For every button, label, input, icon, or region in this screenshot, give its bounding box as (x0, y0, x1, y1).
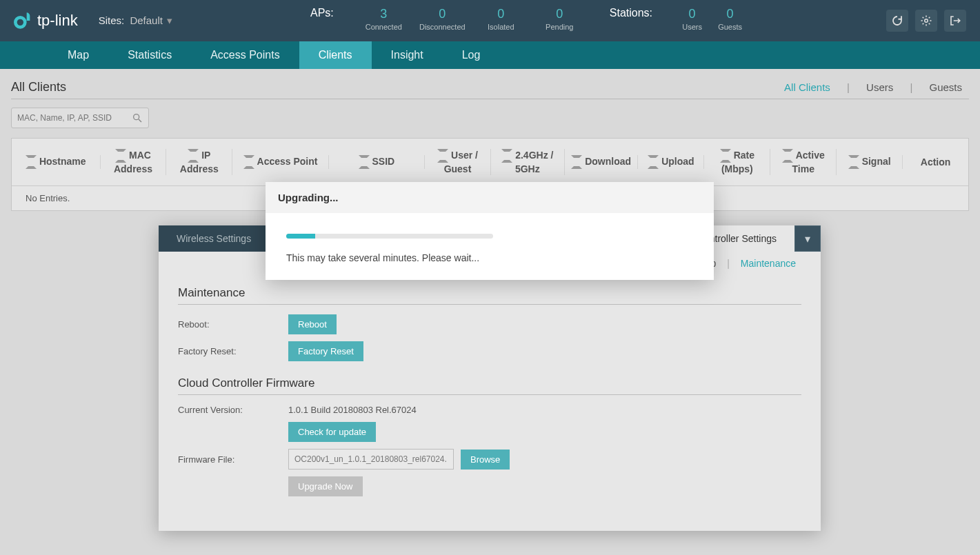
svg-point-1 (925, 19, 928, 23)
progress-bar (286, 234, 493, 239)
svg-point-0 (15, 17, 25, 27)
site-label: Sites: (99, 14, 125, 26)
progress-fill (286, 234, 315, 239)
stations-title: Stations: (610, 7, 652, 19)
tplink-icon (14, 11, 33, 30)
header-stats: APs: 3Connected 0Disconnected 0Isolated … (310, 7, 749, 31)
row-firmware-file: Firmware File: Browse (178, 449, 801, 470)
page-title: All Clients (11, 80, 66, 94)
tab-wireless-settings[interactable]: Wireless Settings (159, 225, 269, 252)
col-band[interactable]: 2.4GHz / 5GHz (491, 149, 565, 175)
aps-pending[interactable]: 0Pending (530, 7, 589, 31)
col-user-guest[interactable]: User / Guest (425, 149, 491, 175)
stations-guests[interactable]: 0Guests (711, 7, 749, 31)
col-active-time[interactable]: Active Time (770, 149, 837, 175)
stations-users[interactable]: 0Users (673, 7, 711, 31)
nav-statistics[interactable]: Statistics (108, 41, 191, 69)
reboot-button[interactable]: Reboot (288, 314, 337, 334)
browse-button[interactable]: Browse (461, 450, 510, 470)
filter-guests[interactable]: Guests (922, 81, 969, 93)
main-nav: Map Statistics Access Points Clients Ins… (0, 41, 980, 69)
row-check-update: Check for update (178, 422, 801, 442)
panel-collapse-icon[interactable]: ▾ (794, 225, 821, 252)
aps-title: APs: (310, 7, 334, 19)
firmware-file-label: Firmware File: (178, 454, 288, 465)
upgrade-now-button[interactable]: Upgrade Now (288, 476, 363, 496)
brand-logo: tp-link (14, 11, 78, 30)
nav-log[interactable]: Log (443, 41, 500, 69)
upgrade-modal: Upgrading... This may take several minut… (266, 182, 714, 280)
table-head: Hostname MAC Address IP Address Access P… (12, 139, 968, 185)
row-upgrade-now: Upgrade Now (178, 476, 801, 496)
factory-reset-label: Factory Reset: (178, 346, 288, 356)
section-maintenance: Maintenance (178, 281, 801, 305)
filter-tabs: All Clients | Users | Guests (777, 81, 969, 93)
search-icon[interactable] (132, 112, 143, 123)
current-version-value: 1.0.1 Build 20180803 Rel.67024 (288, 405, 417, 415)
modal-body: This may take several minutes. Please wa… (266, 213, 714, 280)
col-signal[interactable]: Signal (837, 155, 903, 169)
filter-users[interactable]: Users (859, 81, 900, 93)
nav-insight[interactable]: Insight (372, 41, 443, 69)
site-value: Default (130, 14, 163, 26)
modal-message: This may take several minutes. Please wa… (286, 252, 693, 263)
header-bar: tp-link Sites: Default ▾ APs: 3Connected… (0, 0, 980, 41)
firmware-file-input[interactable] (288, 449, 454, 470)
logout-icon[interactable] (944, 10, 966, 32)
brand-text: tp-link (37, 12, 78, 30)
modal-title: Upgrading... (266, 182, 714, 213)
reboot-label: Reboot: (178, 319, 288, 330)
col-ap[interactable]: Access Point (232, 155, 328, 169)
aps-disconnected[interactable]: 0Disconnected (413, 7, 472, 31)
col-rate[interactable]: Rate (Mbps) (704, 149, 770, 175)
page-top: All Clients All Clients | Users | Guests (11, 80, 969, 99)
chevron-down-icon: ▾ (167, 14, 172, 26)
svg-line-3 (139, 119, 141, 122)
filter-all-clients[interactable]: All Clients (777, 81, 837, 93)
col-hostname[interactable]: Hostname (12, 155, 101, 169)
nav-clients[interactable]: Clients (299, 41, 372, 69)
col-download[interactable]: Download (565, 155, 639, 169)
factory-reset-button[interactable]: Factory Reset (288, 341, 363, 361)
col-mac[interactable]: MAC Address (101, 149, 167, 175)
gear-icon[interactable] (915, 10, 937, 32)
search-box[interactable] (11, 108, 149, 128)
stations-items: 0Users 0Guests (673, 7, 749, 31)
nav-access-points[interactable]: Access Points (191, 41, 299, 69)
site-selector[interactable]: Sites: Default ▾ (99, 14, 172, 27)
aps-isolated[interactable]: 0Isolated (472, 7, 530, 31)
col-upload[interactable]: Upload (638, 155, 704, 169)
aps-connected[interactable]: 3Connected (354, 7, 413, 31)
row-reboot: Reboot: Reboot (178, 314, 801, 334)
col-ssid[interactable]: SSID (329, 155, 425, 169)
row-current-version: Current Version: 1.0.1 Build 20180803 Re… (178, 405, 801, 415)
stations-group: Stations: (610, 7, 652, 19)
header-icons (886, 10, 966, 32)
nav-map[interactable]: Map (48, 41, 108, 69)
svg-point-2 (134, 114, 139, 120)
current-version-label: Current Version: (178, 405, 288, 415)
col-action: Action (903, 156, 968, 168)
col-ip[interactable]: IP Address (166, 149, 232, 175)
aps-items: 3Connected 0Disconnected 0Isolated 0Pend… (354, 7, 589, 31)
row-factory-reset: Factory Reset: Factory Reset (178, 341, 801, 361)
aps-group: APs: (310, 7, 334, 19)
section-firmware: Cloud Controller Firmware (178, 371, 801, 395)
search-input[interactable] (17, 113, 132, 123)
refresh-icon[interactable] (886, 10, 908, 32)
subtab-maintenance[interactable]: Maintenance (735, 258, 801, 269)
check-for-update-button[interactable]: Check for update (288, 422, 376, 442)
settings-body: Maintenance Reboot: Reboot Factory Reset… (159, 275, 821, 531)
